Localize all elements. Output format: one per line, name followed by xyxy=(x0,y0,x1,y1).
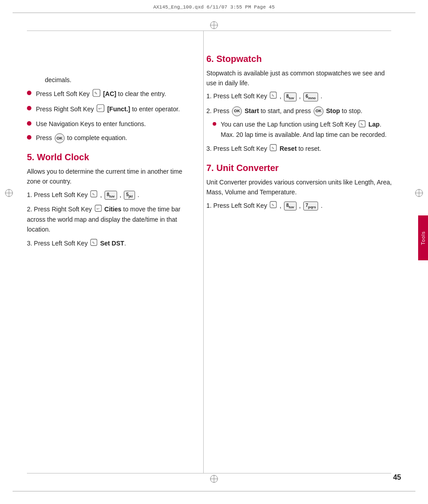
section-5-heading: 5. World Clock xyxy=(27,152,193,162)
list-item: Press Right Soft Key ↩ [Funct.] to enter… xyxy=(27,104,193,115)
step-5-3: 3. Press Left Soft Key ✎ Set DST. xyxy=(27,239,193,249)
step-6-2: 2. Press OK Start to start, and press OK… xyxy=(206,106,397,140)
ok-key-stop: OK xyxy=(314,106,323,116)
ok-key-icon: OK xyxy=(55,133,65,143)
key-8tuv-7: 8tuv xyxy=(284,202,297,210)
border-bottom xyxy=(13,491,415,491)
decimals-text: decimals. xyxy=(27,76,193,83)
reg-mark-right xyxy=(415,188,424,197)
side-tab-label: Tools xyxy=(420,231,426,245)
bullet-text: Use Navigation Keys to enter functions. xyxy=(36,119,146,129)
sub-bullet-icon xyxy=(213,122,216,126)
key-5jkl: 5jkl xyxy=(124,191,135,200)
ok-key-start: OK xyxy=(232,106,242,116)
bullet-icon xyxy=(27,121,31,126)
sub-bullet-lap: You can use the Lap function using Left … xyxy=(213,120,397,139)
left-soft-key-icon-5-1: ✎ xyxy=(90,190,97,201)
section-6-intro: Stopwatch is available just as common st… xyxy=(206,69,397,88)
svg-text:✎: ✎ xyxy=(92,192,95,196)
bullet-list: Press Left Soft Key ✎ [AC] to clear the … xyxy=(27,89,193,143)
section-7: 7. Unit Converter Unit Converter provide… xyxy=(206,163,397,211)
reg-mark-left xyxy=(4,188,13,197)
left-soft-key-icon-lap: ✎ xyxy=(358,120,366,130)
right-soft-key-icon-5-2: ↩ xyxy=(95,205,102,215)
bullet-text: Press OK to complete equation. xyxy=(36,133,127,143)
section-7-intro: Unit Converter provides various conversi… xyxy=(206,178,397,197)
step-5-2: 2. Press Right Soft Key ↩ Cities to move… xyxy=(27,205,193,234)
left-soft-key-icon-6-1: ✎ xyxy=(270,92,277,102)
svg-text:✎: ✎ xyxy=(271,146,275,150)
side-tab: Tools xyxy=(418,215,428,260)
list-item: Press OK to complete equation. xyxy=(27,133,193,143)
svg-text:↩: ↩ xyxy=(96,207,99,211)
divider-top xyxy=(27,31,391,31)
step-7-1: 1. Press Left Soft Key ✎ , 8tuv , 7pqrs … xyxy=(206,201,397,211)
left-soft-key-icon: ✎ xyxy=(92,89,100,100)
right-soft-key-icon: ↩ xyxy=(96,104,105,115)
step-6-3: 3. Press Left Soft Key ✎ Reset to reset. xyxy=(206,144,397,154)
section-6: 6. Stopwatch Stopwatch is available just… xyxy=(206,54,397,154)
key-6mno: 6mno xyxy=(303,92,318,101)
svg-text:✎: ✎ xyxy=(92,241,95,245)
left-soft-key-icon-5-3: ✎ xyxy=(90,239,97,249)
sub-bullet-text: You can use the Lap function using Left … xyxy=(221,120,397,139)
right-column: 6. Stopwatch Stopwatch is available just… xyxy=(206,31,401,477)
left-soft-key-icon-6-3: ✎ xyxy=(270,144,277,154)
section-5-intro: Allows you to determine the current time… xyxy=(27,167,193,186)
svg-text:✎: ✎ xyxy=(271,94,275,98)
list-item: Press Left Soft Key ✎ [AC] to clear the … xyxy=(27,89,193,100)
bullet-icon xyxy=(27,135,31,140)
key-8tuv: 8tuv xyxy=(105,191,117,200)
step-5-1: 1. Press Left Soft Key ✎ , 8tuv , 5jkl . xyxy=(27,190,193,201)
main-content: decimals. Press Left Soft Key ✎ [AC] to … xyxy=(27,31,401,477)
bullet-icon xyxy=(27,106,31,110)
left-soft-key-icon-7-1: ✎ xyxy=(270,201,277,211)
bullet-text: Press Left Soft Key ✎ [AC] to clear the … xyxy=(36,89,166,100)
key-7pqrs: 7pqrs xyxy=(303,202,318,210)
bullet-icon xyxy=(27,91,31,95)
svg-text:✎: ✎ xyxy=(271,203,275,207)
header-text: AX145_Eng_100.qxd 6/11/07 3:55 PM Page 4… xyxy=(36,4,392,10)
section-7-heading: 7. Unit Converter xyxy=(206,163,397,173)
bullet-text: Press Right Soft Key ↩ [Funct.] to enter… xyxy=(36,104,180,115)
left-column: decimals. Press Left Soft Key ✎ [AC] to … xyxy=(27,31,206,477)
key-8tuv-6: 8tuv xyxy=(284,92,297,101)
section-5: 5. World Clock Allows you to determine t… xyxy=(27,152,193,249)
reg-mark-top xyxy=(210,21,218,30)
svg-text:↩: ↩ xyxy=(98,106,102,111)
svg-text:✎: ✎ xyxy=(94,91,98,96)
step-6-1: 1. Press Left Soft Key ✎ , 8tuv , 6mno . xyxy=(206,92,397,102)
svg-text:✎: ✎ xyxy=(360,122,363,126)
section-6-heading: 6. Stopwatch xyxy=(206,54,397,64)
list-item: Use Navigation Keys to enter functions. xyxy=(27,119,193,129)
border-top xyxy=(13,13,415,13)
